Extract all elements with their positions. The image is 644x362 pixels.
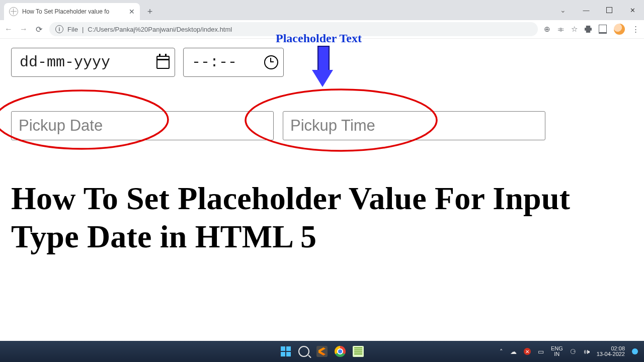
url-path: C:/Users/Pankaj%20Panjwani/Desktop/index… xyxy=(88,26,232,33)
url-scheme: File xyxy=(67,26,78,33)
language-indicator[interactable]: ENG IN xyxy=(551,346,563,357)
time-input-native[interactable]: --:-- xyxy=(183,48,284,77)
close-tab-icon[interactable]: ✕ xyxy=(129,8,135,16)
zoom-icon[interactable]: ⊕ xyxy=(544,25,550,34)
calendar-icon[interactable] xyxy=(156,56,170,69)
tab-title: How To Set Placeholder value fo xyxy=(22,8,125,15)
share-icon[interactable]: ⟚ xyxy=(557,25,564,34)
notification-badge-icon[interactable] xyxy=(632,348,638,354)
minimize-button[interactable]: — xyxy=(575,0,598,20)
page-heading: How To Set Placeholder Value For Input T… xyxy=(11,179,633,255)
taskbar-app-sublime[interactable] xyxy=(315,344,329,358)
arrow-down-icon xyxy=(312,46,333,90)
page-content: dd-mm-yyyy --:-- Pickup Date Pickup Time… xyxy=(0,39,644,255)
tray-chevron-icon[interactable]: ˄ xyxy=(500,348,503,355)
volume-icon[interactable]: 🕪 xyxy=(583,348,590,355)
maximize-button[interactable] xyxy=(598,0,621,20)
annotation-label: Placeholder Text xyxy=(276,32,362,45)
browser-titlebar: How To Set Placeholder value fo ✕ + ⌄ — … xyxy=(0,0,644,20)
reload-button[interactable]: ⟳ xyxy=(34,25,43,34)
time-input-value: --:-- xyxy=(192,54,237,71)
forward-button: → xyxy=(19,25,28,34)
taskbar-search-button[interactable] xyxy=(297,344,311,358)
taskbar-app-chrome[interactable] xyxy=(333,344,347,358)
menu-icon[interactable]: ⋮ xyxy=(632,28,640,30)
taskbar-app-notepadpp[interactable] xyxy=(351,344,365,358)
browser-tab[interactable]: How To Set Placeholder value fo ✕ xyxy=(4,3,140,20)
wifi-icon[interactable]: ⚆ xyxy=(570,348,576,355)
reading-list-icon[interactable] xyxy=(599,25,607,34)
extensions-icon[interactable] xyxy=(585,26,592,33)
pickup-time-input[interactable]: Pickup Time xyxy=(283,111,545,140)
caret-down-icon[interactable]: ⌄ xyxy=(551,0,575,20)
back-button[interactable]: ← xyxy=(4,25,13,34)
new-tab-button[interactable]: + xyxy=(143,5,157,19)
security-warning-icon[interactable]: ✕ xyxy=(524,348,531,355)
bookmark-icon[interactable]: ☆ xyxy=(571,25,578,34)
clock-icon[interactable] xyxy=(264,55,278,69)
battery-icon[interactable]: ▭ xyxy=(538,348,544,355)
globe-icon xyxy=(9,7,18,16)
start-button[interactable] xyxy=(279,344,293,358)
windows-taskbar: ˄ ☁ ✕ ▭ ENG IN ⚆ 🕪 02:08 13-04-2022 xyxy=(0,341,644,362)
close-window-button[interactable]: ✕ xyxy=(621,0,644,20)
profile-avatar[interactable] xyxy=(614,24,625,35)
date-input-native[interactable]: dd-mm-yyyy xyxy=(11,48,175,77)
pickup-time-placeholder: Pickup Time xyxy=(290,117,375,135)
onedrive-icon[interactable]: ☁ xyxy=(510,348,517,355)
taskbar-clock[interactable]: 02:08 13-04-2022 xyxy=(597,346,625,357)
info-icon[interactable]: i xyxy=(55,25,63,33)
pickup-date-placeholder: Pickup Date xyxy=(19,117,103,135)
date-input-value: dd-mm-yyyy xyxy=(20,54,110,71)
pickup-date-input[interactable]: Pickup Date xyxy=(11,111,274,140)
